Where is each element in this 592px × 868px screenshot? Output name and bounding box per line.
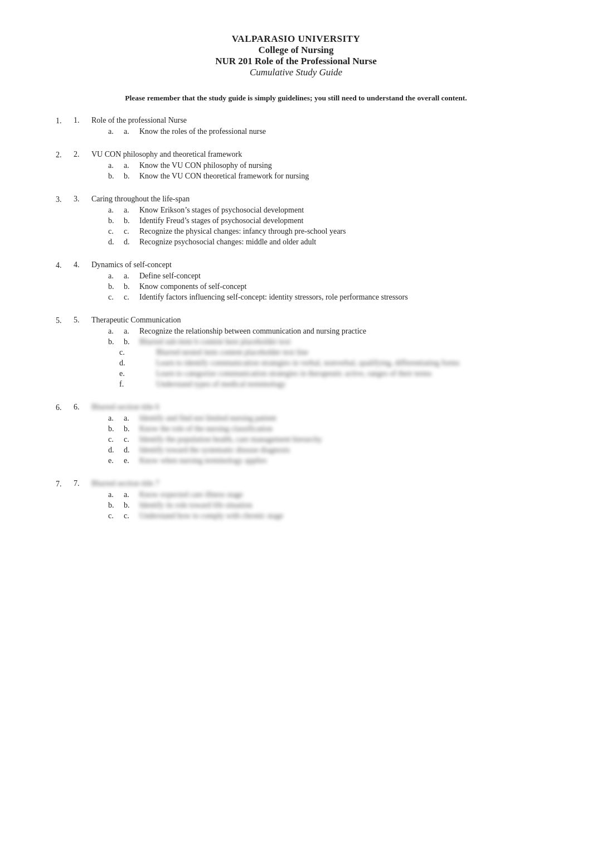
sub-item-label: b. (124, 172, 135, 181)
sub-item-text: Recognize psychosocial changes: middle a… (139, 238, 316, 247)
sub-item-text: Blurred sub-item b content here placehol… (139, 337, 290, 346)
section-content: VU CON philosophy and theoretical framew… (91, 150, 536, 182)
sub-list-item: c.Identify the population health, care m… (108, 435, 536, 444)
section-title: Caring throughout the life-span (91, 195, 536, 204)
sub-list-item: a.Define self-concept (108, 272, 536, 281)
sub-item-text: Know components of self-concept (139, 282, 246, 291)
sub-item-text: Know the roles of the professional nurse (139, 127, 266, 136)
sub-item-text: Learn to categorize communication strate… (156, 369, 431, 378)
sub-item-text: Identify toward the systematic disease d… (139, 446, 290, 455)
sub-list-item: Blurred nested item content placeholder … (108, 348, 536, 357)
sub-item-text: Know the VU CON theoretical framework fo… (139, 172, 309, 181)
sub-item-label: a. (124, 414, 135, 423)
section-content: Therapeutic Communicationa.Recognize the… (91, 316, 536, 390)
section-title: Therapeutic Communication (91, 316, 536, 325)
main-list-item: 3.Caring throughout the life-spana.Know … (56, 195, 536, 248)
sub-list-item: Learn to categorize communication strate… (108, 369, 536, 378)
section-content: Blurred section title 7a.Know expected c… (91, 479, 536, 522)
section-number: 5. (74, 316, 87, 390)
sub-list: a.Know the VU CON philosophy of nursingb… (91, 161, 536, 181)
sub-item-label: c. (124, 227, 135, 236)
sub-item-text: Recognize the physical changes: infancy … (139, 227, 346, 236)
sub-item-text: Know Erikson’s stages of psychosocial de… (139, 206, 304, 215)
sub-item-label (135, 369, 152, 378)
sub-item-label: b. (124, 216, 135, 225)
sub-list-item: a.Know the VU CON philosophy of nursing (108, 161, 536, 170)
section-number: 6. (74, 403, 87, 467)
sub-list: a.Define self-conceptb.Know components o… (91, 272, 536, 302)
guide-title: Cumulative Study Guide (56, 67, 536, 78)
sub-item-label: a. (124, 161, 135, 170)
section-content: Caring throughout the life-spana.Know Er… (91, 195, 536, 248)
section-number: 3. (74, 195, 87, 248)
course-name: NUR 201 Role of the Professional Nurse (56, 56, 536, 67)
sub-list: a.Identify and find not limited nursing … (91, 414, 536, 465)
sub-list-item: a.Identify and find not limited nursing … (108, 414, 536, 423)
sub-list-item: b.Know the VU CON theoretical framework … (108, 172, 536, 181)
sub-item-label (135, 359, 152, 368)
sub-list-item: e.Know when nursing terminology applies (108, 456, 536, 465)
section-number: 7. (74, 479, 87, 522)
sub-list-item: b.Identify its role toward life situatio… (108, 501, 536, 510)
sub-item-text: Understand how to comply with chronic st… (139, 512, 283, 520)
university-name: VALPARASIO UNIVERSITY (56, 33, 536, 45)
page-header: VALPARASIO UNIVERSITY College of Nursing… (56, 33, 536, 78)
sub-item-text: Identify Freud’s stages of psychosocial … (139, 216, 303, 225)
sub-item-text: Know the role of the nursing classificat… (139, 425, 273, 433)
notice-text: Please remember that the study guide is … (56, 94, 536, 103)
sub-list-item: c.Recognize the physical changes: infanc… (108, 227, 536, 236)
sub-item-text: Understand types of medical terminology (156, 380, 286, 389)
sub-list-item: b.Know the role of the nursing classific… (108, 425, 536, 433)
section-number: 2. (74, 150, 87, 182)
sub-list: a.Know Erikson’s stages of psychosocial … (91, 206, 536, 247)
sub-item-label: d. (124, 238, 135, 247)
section-content: Role of the professional Nursea.Know the… (91, 116, 536, 138)
main-list-item: 5.Therapeutic Communicationa.Recognize t… (56, 316, 536, 390)
sub-item-label: b. (124, 501, 135, 510)
college-name: College of Nursing (56, 45, 536, 56)
sub-item-label: a. (124, 490, 135, 499)
section-title: Dynamics of self-concept (91, 261, 536, 269)
section-number: 1. (74, 116, 87, 138)
sub-item-label: a. (124, 127, 135, 136)
sub-list-item: a.Recognize the relationship between com… (108, 327, 536, 336)
sub-list-item: d.Identify toward the systematic disease… (108, 446, 536, 455)
sub-item-text: Recognize the relationship between commu… (139, 327, 366, 336)
main-list-item: 4.Dynamics of self-concepta.Define self-… (56, 261, 536, 303)
main-list-item: 6.Blurred section title 6a.Identify and … (56, 403, 536, 467)
sub-list-item: b.Blurred sub-item b content here placeh… (108, 337, 536, 346)
main-list: 1.Role of the professional Nursea.Know t… (56, 116, 536, 522)
main-list-item: 7.Blurred section title 7a.Know expected… (56, 479, 536, 522)
sub-list-item: d.Recognize psychosocial changes: middle… (108, 238, 536, 247)
section-title: Blurred section title 6 (91, 403, 536, 412)
sub-item-label: b. (124, 337, 135, 346)
sub-item-label: b. (124, 282, 135, 291)
sub-item-text: Identify its role toward life situation (139, 501, 253, 510)
sub-item-text: Know when nursing terminology applies (139, 456, 267, 465)
sub-list-item: Understand types of medical terminology (108, 380, 536, 389)
section-title: Blurred section title 7 (91, 479, 536, 488)
sub-item-label (135, 348, 152, 357)
sub-item-text: Learn to identify communication strategi… (156, 359, 459, 368)
sub-item-label: c. (124, 293, 135, 302)
sub-item-label: d. (124, 446, 135, 455)
section-title: VU CON philosophy and theoretical framew… (91, 150, 536, 159)
section-content: Dynamics of self-concepta.Define self-co… (91, 261, 536, 303)
sub-item-label: a. (124, 206, 135, 215)
sub-list-item: b.Know components of self-concept (108, 282, 536, 291)
sub-list-item: a.Know expected care illness stage (108, 490, 536, 499)
sub-item-text: Blurred nested item content placeholder … (156, 348, 308, 357)
sub-list: a.Know the roles of the professional nur… (91, 127, 536, 136)
sub-item-label: e. (124, 456, 135, 465)
main-list-item: 2.VU CON philosophy and theoretical fram… (56, 150, 536, 182)
sub-item-text: Know expected care illness stage (139, 490, 243, 499)
section-number: 4. (74, 261, 87, 303)
sub-item-text: Identify factors influencing self-concep… (139, 293, 408, 302)
sub-list-item: a.Know the roles of the professional nur… (108, 127, 536, 136)
sub-list-item: c.Understand how to comply with chronic … (108, 512, 536, 520)
sub-item-text: Know the VU CON philosophy of nursing (139, 161, 272, 170)
sub-list: a.Know expected care illness stageb.Iden… (91, 490, 536, 520)
sub-item-text: Identify and find not limited nursing pa… (139, 414, 276, 423)
sub-item-label (135, 380, 152, 389)
sub-list: a.Recognize the relationship between com… (91, 327, 536, 389)
